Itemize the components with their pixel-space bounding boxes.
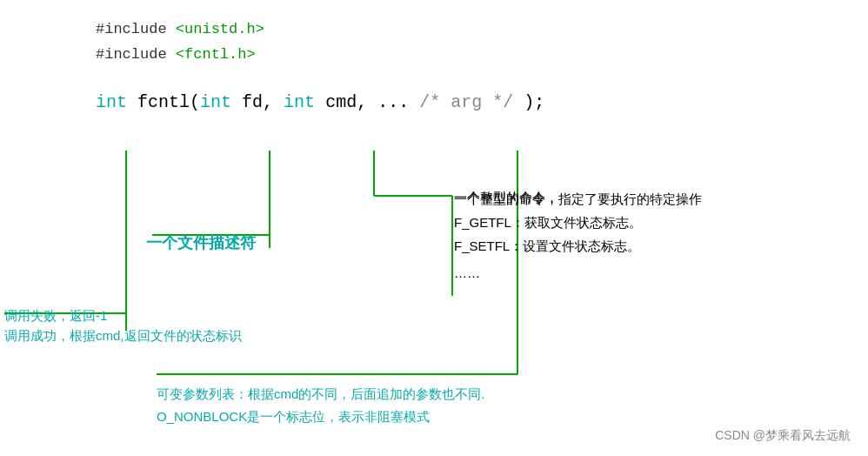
cmd-detail3: F_SETFL：设置文件状态标志。 — [454, 234, 702, 258]
fd-label: 一个文件描述符 — [146, 234, 256, 251]
fd-annotation: 一个文件描述符 — [146, 231, 256, 255]
hash-2: #include — [96, 46, 176, 63]
main-container: #include <unistd.h> #include <fcntl.h> i… — [0, 0, 868, 456]
include-line-1: #include <unistd.h> — [96, 17, 842, 43]
closing: ); — [524, 92, 544, 112]
cmd-details: 一个整型的命令，指定了要执行的特定操作 F_GETFL：获取文件状态标志。 F_… — [454, 187, 702, 285]
param2-name: cmd, — [325, 92, 377, 112]
cmd-detail4: …… — [454, 261, 702, 285]
return-success-text: 调用成功，根据cmd,返回文件的状态标识 — [4, 326, 242, 346]
variadic-label2: O_NONBLOCK是一个标志位，表示非阻塞模式 — [157, 406, 485, 428]
cmd-detail2: F_GETFL：获取文件状态标志。 — [454, 211, 702, 234]
variadic-annotation: 可变参数列表：根据cmd的不同，后面追加的参数也不同. O_NONBLOCK是一… — [157, 383, 485, 427]
variadic-dots: ... — [377, 92, 419, 112]
hash-1: #include — [96, 21, 176, 37]
angle-bracket-2: <fcntl.h> — [176, 46, 256, 63]
variadic-label1: 可变参数列表：根据cmd的不同，后面追加的参数也不同. — [157, 383, 485, 406]
function-signature: int fcntl(int fd, int cmd, ... /* arg */… — [96, 92, 842, 112]
return-type: int — [96, 92, 127, 112]
watermark: CSDN @梦乘看风去远航 — [715, 428, 851, 444]
angle-bracket-1: <unistd.h> — [176, 21, 264, 37]
function-name: fcntl( — [137, 92, 200, 112]
param1-name: fd, — [242, 92, 284, 112]
include-line-2: #include <fcntl.h> — [96, 43, 842, 68]
arg-comment: /* arg */ — [419, 92, 513, 112]
cmd-detail-intro: 一个整型的命令，指定了要执行的特定操作 — [454, 187, 702, 211]
param1-type: int — [200, 92, 231, 112]
param2-type: int — [284, 92, 315, 112]
return-fail-text: 调用失败，返回-1 — [4, 306, 242, 326]
return-value-annotation: 调用失败，返回-1 调用成功，根据cmd,返回文件的状态标识 — [4, 306, 242, 345]
